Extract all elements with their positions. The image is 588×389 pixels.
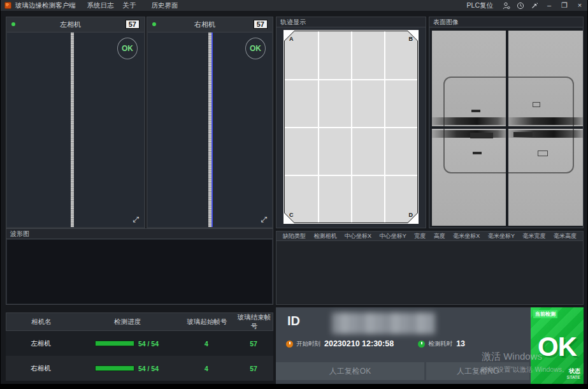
duration-value: 13 (456, 339, 465, 348)
glass-surface: A B C D (285, 31, 417, 223)
col-progress: 检测进度 (76, 318, 178, 327)
manual-review-ng-button[interactable]: 人工复检NG (426, 362, 529, 380)
right-camera-expand-icon[interactable]: ⤢ (261, 216, 267, 223)
end-frame-value: 57 (235, 340, 272, 348)
manual-review-ok-button[interactable]: 人工复检OK (276, 362, 424, 380)
progress-fill (96, 341, 134, 346)
left-camera-expand-icon[interactable]: ⤢ (133, 216, 139, 223)
start-time-clock-icon (286, 341, 293, 348)
duration-label: 检测耗时 (428, 340, 452, 348)
left-camera-count: 57 (125, 20, 140, 29)
defect-table-header: 缺陷类型 检测相机 中心坐标X 中心坐标Y 宽度 高度 毫米坐标X 毫米坐标Y … (276, 231, 584, 241)
component-mark (473, 152, 482, 154)
badge-caption: 当前检测 (533, 310, 557, 318)
progress-text: 54 / 54 (138, 365, 159, 372)
right-camera-edge-strip (208, 33, 212, 227)
waveform-plot-area[interactable] (7, 240, 272, 304)
surface-image-quadrant-1 (432, 31, 506, 126)
col-width: 宽度 (414, 232, 426, 240)
col-detect-camera: 检测相机 (314, 232, 337, 240)
col-mm-height: 毫米高度 (554, 232, 577, 240)
left-camera-header: 左相机 57 (6, 17, 145, 31)
component-mark (533, 102, 540, 107)
surface-image-quadrant-2 (508, 31, 583, 126)
waveform-header: 波形图 (6, 229, 273, 239)
corner-label-d: D (409, 212, 413, 218)
plc-reset-button[interactable]: PLC复位 (467, 1, 493, 10)
component-mark (470, 133, 493, 138)
result-status-badge: 当前检测 OK 状态 STATE (531, 307, 584, 384)
start-time-label: 开始时刻 (296, 340, 320, 348)
right-camera-header: 右相机 57 (147, 17, 273, 31)
right-camera-panel: 右相机 57 OK ⤢ (147, 17, 273, 228)
col-end-frame: 玻璃结束帧号 (236, 313, 273, 331)
id-label: ID (287, 314, 300, 328)
camera-name: 左相机 (6, 339, 76, 348)
right-camera-ok-badge: OK (245, 38, 266, 59)
progress-bar (95, 365, 134, 371)
left-camera-edge-strip (71, 33, 74, 227)
table-row-left-camera[interactable]: 左相机 54 / 54 4 57 (6, 331, 273, 356)
restore-button[interactable]: ❐ (557, 1, 572, 10)
surface-body[interactable] (430, 28, 582, 227)
window-title: 玻璃边缘检测客户端 (15, 1, 76, 10)
dark-band (432, 117, 506, 125)
camera-name: 右相机 (6, 364, 76, 373)
badge-state-label: 状态 STATE (566, 368, 580, 380)
corner-label-b: B (409, 36, 413, 42)
scale-icon[interactable] (527, 1, 541, 10)
badge-result-text: OK (531, 332, 584, 362)
col-height: 高度 (434, 232, 445, 240)
left-camera-image[interactable]: OK ⤢ (7, 32, 144, 227)
component-mark (538, 150, 548, 156)
left-camera-panel: 左相机 57 OK ⤢ (6, 17, 145, 228)
surface-panel: 表面图像 (429, 17, 584, 228)
trajectory-image: A B C D (283, 30, 419, 224)
surface-image-quadrant-3 (432, 129, 506, 226)
camera-table-header: 相机名 检测进度 玻璃起始帧号 玻璃结束帧号 (6, 312, 273, 331)
corner-label-c: C (289, 212, 294, 218)
menu-history[interactable]: 历史界面 (152, 1, 178, 10)
start-frame-value: 4 (178, 365, 235, 372)
component-mark (513, 132, 533, 137)
clock-icon[interactable] (513, 1, 527, 10)
progress-fill (96, 366, 134, 371)
grid-line (285, 127, 417, 128)
progress-cell: 54 / 54 (76, 365, 178, 372)
col-mm-y: 毫米坐标Y (488, 232, 515, 240)
right-camera-image[interactable]: OK ⤢ (148, 32, 272, 227)
time-row: 开始时刻 20230210 12:30:58 检测耗时 13 (286, 339, 465, 348)
menu-system-log[interactable]: 系统日志 (87, 1, 114, 10)
title-bar: 玻璃边缘检测客户端 系统日志 关于 历史界面 PLC复位 – ❐ × (1, 0, 587, 11)
progress-bar (95, 341, 134, 346)
trajectory-body[interactable]: A B C D (277, 28, 425, 227)
badge-state-en: STATE (566, 375, 580, 380)
col-mm-x: 毫米坐标X (453, 232, 480, 240)
start-frame-value: 4 (178, 340, 235, 348)
progress-cell: 54 / 54 (76, 340, 178, 348)
close-button[interactable]: × (572, 1, 587, 10)
waveform-panel: 波形图 (6, 228, 273, 305)
corner-label-a: A (289, 36, 294, 42)
component-mark (471, 110, 480, 112)
menu-about[interactable]: 关于 (123, 1, 136, 10)
dark-band (432, 130, 506, 138)
app-window: 玻璃边缘检测客户端 系统日志 关于 历史界面 PLC复位 – ❐ × 左相机 5… (1, 0, 587, 384)
left-camera-title: 左相机 (15, 20, 125, 29)
duration-clock-icon (418, 341, 425, 348)
col-start-frame: 玻璃起始帧号 (178, 318, 236, 327)
surface-image-quadrant-4 (508, 129, 583, 226)
progress-text: 54 / 54 (138, 340, 159, 348)
table-row-right-camera[interactable]: 右相机 54 / 54 4 57 (6, 356, 273, 381)
col-center-x: 中心坐标X (345, 232, 371, 240)
left-camera-ok-badge: OK (117, 38, 138, 59)
col-mm-width: 毫米宽度 (522, 232, 545, 240)
minimize-button[interactable]: – (541, 1, 557, 10)
grid-line (285, 79, 417, 80)
end-frame-value: 57 (235, 365, 272, 372)
badge-state-cn: 状态 (566, 368, 580, 375)
grid-line (285, 175, 417, 176)
defect-table-body[interactable] (276, 241, 584, 305)
user-icon[interactable] (499, 1, 513, 10)
col-defect-type: 缺陷类型 (283, 232, 306, 240)
